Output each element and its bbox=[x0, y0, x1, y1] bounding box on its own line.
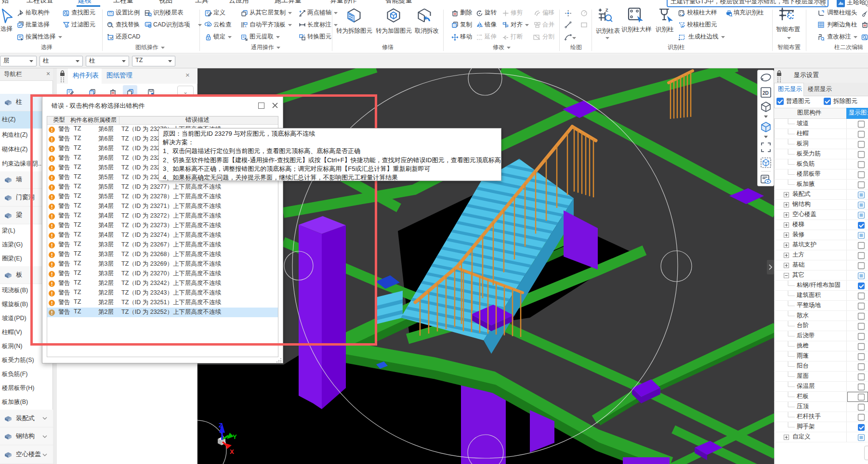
svg-text:Z: Z bbox=[605, 8, 608, 13]
svg-text:Z: Z bbox=[219, 422, 223, 429]
svg-text:Y: Y bbox=[233, 433, 237, 440]
svg-text:2D: 2D bbox=[763, 90, 769, 96]
svg-text:A: A bbox=[245, 25, 247, 28]
svg-text:X: X bbox=[230, 448, 234, 455]
